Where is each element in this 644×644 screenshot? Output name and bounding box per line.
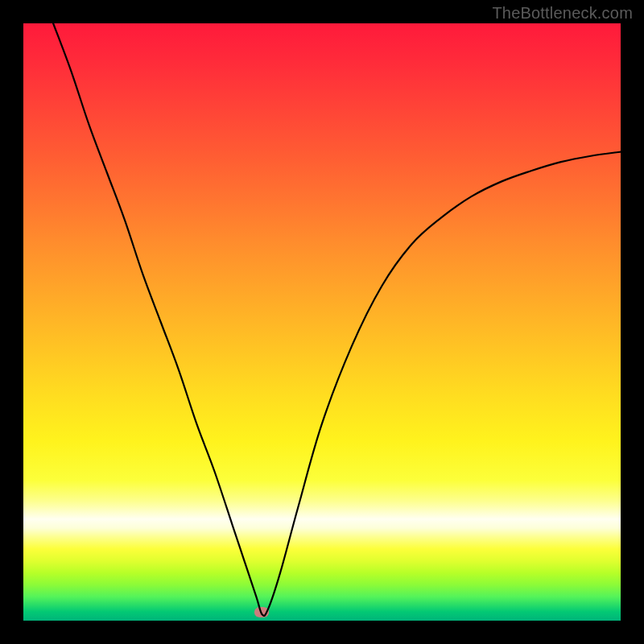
chart-plot-area <box>23 23 621 621</box>
bottleneck-curve <box>23 23 621 621</box>
chart-root: TheBottleneck.com <box>0 0 644 644</box>
source-watermark: TheBottleneck.com <box>492 4 633 23</box>
